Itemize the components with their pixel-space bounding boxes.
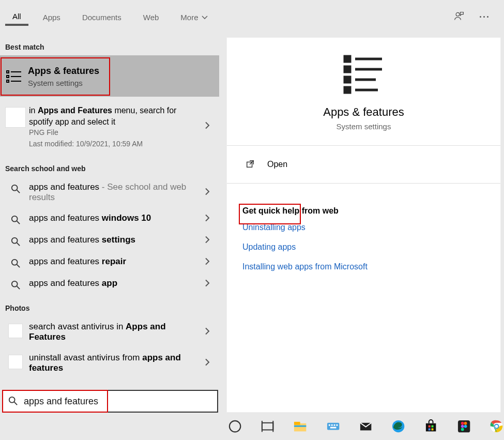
- result-apps-and-features[interactable]: Apps & features System settings: [0, 55, 219, 97]
- svg-point-9: [12, 216, 18, 222]
- svg-rect-34: [294, 426, 306, 427]
- svg-rect-36: [329, 424, 330, 426]
- feedback-icon[interactable]: [454, 11, 464, 23]
- svg-rect-33: [294, 422, 300, 425]
- svg-line-16: [17, 286, 20, 289]
- tab-apps[interactable]: Apps: [36, 9, 68, 25]
- web-suggestion[interactable]: apps and features windows 10: [0, 208, 219, 230]
- svg-rect-46: [429, 428, 431, 430]
- chevron-right-icon: [205, 327, 210, 337]
- svg-point-49: [461, 422, 464, 425]
- search-web-header: Search school and web: [0, 155, 219, 177]
- search-filter-tabs: All Apps Documents Web More: [0, 0, 504, 34]
- svg-point-15: [12, 281, 18, 287]
- chevron-right-icon: [205, 279, 210, 289]
- taskbar-touch-keyboard-icon[interactable]: [326, 419, 341, 434]
- result-title: Apps & features: [28, 65, 215, 77]
- list-settings-icon: [4, 66, 25, 86]
- open-label: Open: [267, 160, 287, 169]
- preview-pane: Apps & features System settings Open Get…: [226, 37, 501, 413]
- result-title: in Apps and Features menu, search for sp…: [29, 105, 193, 127]
- svg-rect-1: [7, 71, 9, 73]
- web-suggestion[interactable]: apps and features app: [0, 273, 219, 295]
- taskbar-store-icon[interactable]: [423, 419, 438, 434]
- svg-point-51: [464, 425, 467, 428]
- search-icon: [5, 278, 26, 290]
- chevron-right-icon: [205, 358, 210, 368]
- search-icon: [5, 256, 26, 268]
- search-icon: [5, 182, 26, 193]
- svg-line-27: [14, 402, 17, 404]
- svg-point-52: [461, 425, 464, 428]
- svg-rect-40: [330, 427, 336, 428]
- svg-rect-21: [345, 77, 350, 82]
- svg-rect-19: [345, 67, 350, 72]
- svg-rect-5: [7, 80, 9, 82]
- taskbar-figma-icon[interactable]: [456, 419, 471, 434]
- open-button[interactable]: Open: [242, 155, 295, 174]
- taskbar-file-explorer-icon[interactable]: [293, 419, 308, 434]
- options-icon[interactable]: [480, 16, 488, 18]
- image-thumbnail-icon: [5, 322, 26, 338]
- svg-point-0: [456, 12, 460, 16]
- svg-point-11: [12, 238, 18, 244]
- quick-help-header: Get quick help from web: [242, 206, 500, 216]
- list-settings-icon: [342, 53, 386, 96]
- open-external-icon: [246, 159, 255, 170]
- photo-result[interactable]: uninstall avast antivirus from apps and …: [0, 347, 219, 378]
- search-icon: [8, 396, 18, 407]
- svg-point-53: [461, 428, 464, 431]
- svg-rect-39: [336, 424, 338, 426]
- help-link[interactable]: Updating apps: [242, 242, 500, 252]
- result-subtitle: System settings: [28, 79, 215, 87]
- svg-rect-47: [432, 428, 434, 430]
- tab-more-label: More: [180, 13, 198, 22]
- chevron-down-icon: [202, 16, 208, 20]
- photos-header: Photos: [0, 295, 219, 316]
- taskbar-mail-icon[interactable]: [358, 419, 373, 434]
- svg-point-28: [230, 421, 240, 432]
- svg-line-14: [17, 265, 20, 267]
- search-box[interactable]: [2, 390, 218, 413]
- web-suggestion[interactable]: apps and features - See school and web r…: [0, 177, 219, 208]
- web-suggestion[interactable]: apps and features settings: [0, 230, 219, 251]
- chevron-right-icon: [205, 236, 210, 246]
- svg-rect-45: [432, 426, 434, 428]
- photo-result[interactable]: search avast antivirus in Apps and Featu…: [0, 316, 219, 347]
- svg-rect-29: [262, 423, 273, 430]
- search-input[interactable]: [23, 396, 212, 407]
- taskbar: [0, 413, 504, 440]
- taskbar-edge-icon[interactable]: [391, 419, 406, 434]
- image-thumbnail-icon: [5, 105, 26, 128]
- taskbar-chrome-icon[interactable]: [489, 419, 504, 434]
- svg-point-13: [12, 260, 18, 265]
- svg-rect-35: [327, 423, 339, 430]
- tab-more[interactable]: More: [173, 9, 215, 25]
- svg-rect-44: [429, 426, 431, 428]
- taskbar-task-view-icon[interactable]: [260, 419, 275, 434]
- chevron-right-icon: [205, 188, 210, 198]
- svg-point-7: [12, 185, 18, 191]
- preview-subtitle: System settings: [337, 122, 391, 131]
- tab-documents[interactable]: Documents: [75, 9, 129, 25]
- result-filetype: PNG File: [29, 128, 193, 136]
- svg-line-12: [17, 243, 20, 246]
- help-link[interactable]: Installing web apps from Microsoft: [242, 262, 500, 271]
- search-icon: [5, 213, 26, 224]
- divider: [227, 183, 500, 184]
- search-icon: [5, 235, 26, 246]
- result-png-file[interactable]: in Apps and Features menu, search for sp…: [0, 97, 219, 155]
- best-match-header: Best match: [0, 34, 219, 55]
- chevron-right-icon: [205, 257, 210, 267]
- svg-line-10: [17, 221, 20, 224]
- result-modified: Last modified: 10/9/2021, 10:59 AM: [29, 140, 193, 148]
- tab-all[interactable]: All: [5, 8, 28, 26]
- svg-rect-37: [331, 424, 332, 426]
- svg-point-50: [464, 422, 467, 425]
- svg-rect-43: [426, 423, 436, 432]
- tab-web[interactable]: Web: [136, 9, 166, 25]
- taskbar-cortana-icon[interactable]: [227, 419, 242, 434]
- image-thumbnail-icon: [5, 353, 26, 369]
- help-link[interactable]: Uninstalling apps: [242, 223, 500, 232]
- web-suggestion[interactable]: apps and features repair: [0, 251, 219, 273]
